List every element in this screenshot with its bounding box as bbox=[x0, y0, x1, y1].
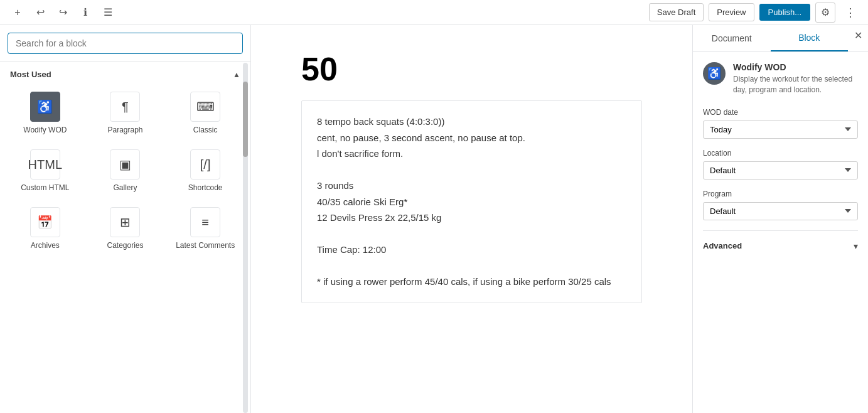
publish-button[interactable]: Publish... bbox=[759, 4, 810, 21]
program-select[interactable]: Default bbox=[703, 202, 858, 220]
save-draft-button[interactable]: Save Draft bbox=[649, 3, 704, 21]
top-toolbar: + ↩ ↪ ℹ ☰ Save Draft Preview Publish... … bbox=[0, 0, 868, 25]
block-item-categories[interactable]: ⊞Categories bbox=[85, 200, 166, 257]
more-options-button[interactable]: ⋮ bbox=[840, 3, 860, 23]
panel-body: ♿ Wodify WOD Display the workout for the… bbox=[693, 52, 868, 413]
gallery-label: Gallery bbox=[113, 183, 137, 192]
wod-date-field: WOD date Today bbox=[703, 108, 858, 139]
advanced-header[interactable]: Advanced ▾ bbox=[703, 239, 858, 254]
workout-line: * if using a rower perform 45/40 cals, i… bbox=[317, 274, 626, 290]
search-input[interactable] bbox=[8, 33, 243, 54]
preview-button[interactable]: Preview bbox=[709, 3, 754, 21]
plugin-header: ♿ Wodify WOD Display the workout for the… bbox=[703, 62, 858, 95]
toolbar-left: + ↩ ↪ ℹ ☰ bbox=[8, 3, 118, 23]
location-field: Location Default bbox=[703, 149, 858, 180]
inserter-scroll: Most Used ▲ ♿Wodify WOD¶Paragraph⌨Classi… bbox=[0, 62, 250, 413]
block-item-classic[interactable]: ⌨Classic bbox=[165, 84, 245, 142]
categories-label: Categories bbox=[107, 241, 143, 250]
block-item-latest-comments[interactable]: ≡Latest Comments bbox=[165, 200, 245, 257]
workout-line bbox=[317, 162, 626, 178]
custom-html-icon: HTML bbox=[30, 149, 60, 180]
tab-block[interactable]: Block bbox=[771, 25, 849, 51]
settings-button[interactable]: ⚙ bbox=[815, 3, 835, 23]
wod-date-select[interactable]: Today bbox=[703, 121, 858, 139]
editor-content: 50 8 tempo back squats (4:0:3:0))cent, n… bbox=[301, 50, 642, 303]
archives-label: Archives bbox=[31, 241, 60, 250]
search-block-wrap bbox=[0, 25, 250, 62]
latest-comments-icon: ≡ bbox=[190, 207, 220, 237]
workout-line bbox=[317, 258, 626, 274]
shortcode-icon: [/] bbox=[190, 149, 220, 180]
block-item-gallery[interactable]: ▣Gallery bbox=[85, 142, 166, 200]
classic-label: Classic bbox=[193, 126, 218, 134]
wodify-wod-label: Wodify WOD bbox=[23, 126, 67, 134]
workout-line: 8 tempo back squats (4:0:3:0)) bbox=[317, 114, 626, 130]
wodify-wod-icon: ♿ bbox=[30, 92, 60, 122]
block-item-archives[interactable]: 📅Archives bbox=[5, 200, 85, 257]
scroll-indicator bbox=[243, 63, 248, 413]
scroll-thumb bbox=[243, 82, 248, 157]
classic-icon: ⌨ bbox=[190, 92, 220, 122]
most-used-title: Most Used bbox=[10, 70, 51, 79]
redo-button[interactable]: ↪ bbox=[53, 3, 73, 23]
block-item-shortcode[interactable]: [/]Shortcode bbox=[165, 142, 245, 200]
info-button[interactable]: ℹ bbox=[75, 3, 95, 23]
workout-line: l don't sacrifice form. bbox=[317, 146, 626, 162]
heading-50[interactable]: 50 bbox=[301, 50, 642, 88]
add-block-button[interactable]: + bbox=[8, 3, 28, 23]
close-panel-button[interactable]: ✕ bbox=[848, 25, 868, 45]
undo-button[interactable]: ↩ bbox=[30, 3, 50, 23]
block-item-paragraph[interactable]: ¶Paragraph bbox=[85, 84, 166, 142]
toolbar-right: Save Draft Preview Publish... ⚙ ⋮ bbox=[649, 3, 860, 23]
workout-line: 40/35 calorie Ski Erg* bbox=[317, 194, 626, 210]
block-item-wodify-wod[interactable]: ♿Wodify WOD bbox=[5, 84, 85, 142]
program-field: Program Default bbox=[703, 190, 858, 220]
collapse-section-button[interactable]: ▲ bbox=[233, 70, 240, 79]
main-layout: Most Used ▲ ♿Wodify WOD¶Paragraph⌨Classi… bbox=[0, 25, 868, 413]
chevron-down-icon: ▾ bbox=[854, 241, 858, 251]
right-panel: Document Block ✕ ♿ Wodify WOD Display th… bbox=[692, 25, 868, 413]
plugin-desc: Display the workout for the selected day… bbox=[733, 74, 858, 95]
menu-button[interactable]: ☰ bbox=[98, 3, 118, 23]
paragraph-icon: ¶ bbox=[110, 92, 140, 122]
plugin-name: Wodify WOD bbox=[733, 62, 858, 72]
workout-block[interactable]: 8 tempo back squats (4:0:3:0))cent, no p… bbox=[301, 100, 642, 303]
workout-line: cent, no pause, 3 second ascent, no paus… bbox=[317, 130, 626, 146]
plugin-icon: ♿ bbox=[703, 62, 726, 85]
shortcode-label: Shortcode bbox=[188, 183, 223, 192]
workout-line: 12 Devils Press 2x 22,5/15 kg bbox=[317, 210, 626, 226]
categories-icon: ⊞ bbox=[110, 207, 140, 237]
block-inserter-panel: Most Used ▲ ♿Wodify WOD¶Paragraph⌨Classi… bbox=[0, 25, 251, 413]
editor-area: 50 8 tempo back squats (4:0:3:0))cent, n… bbox=[251, 25, 692, 413]
most-used-section-header: Most Used ▲ bbox=[0, 62, 250, 84]
program-label: Program bbox=[703, 190, 858, 198]
workout-line: Time Cap: 12:00 bbox=[317, 242, 626, 258]
tab-document[interactable]: Document bbox=[693, 25, 771, 51]
block-grid: ♿Wodify WOD¶Paragraph⌨ClassicHTMLCustom … bbox=[0, 84, 250, 257]
plugin-info: Wodify WOD Display the workout for the s… bbox=[733, 62, 858, 95]
block-item-custom-html[interactable]: HTMLCustom HTML bbox=[5, 142, 85, 200]
location-select[interactable]: Default bbox=[703, 161, 858, 180]
location-label: Location bbox=[703, 149, 858, 158]
gallery-icon: ▣ bbox=[110, 149, 140, 180]
latest-comments-label: Latest Comments bbox=[176, 241, 235, 250]
wod-date-label: WOD date bbox=[703, 108, 858, 117]
archives-icon: 📅 bbox=[30, 207, 60, 237]
paragraph-label: Paragraph bbox=[107, 126, 142, 134]
panel-tabs: Document Block ✕ bbox=[693, 25, 868, 52]
advanced-section: Advanced ▾ bbox=[703, 230, 858, 254]
custom-html-label: Custom HTML bbox=[21, 183, 69, 192]
workout-line bbox=[317, 226, 626, 242]
workout-line: 3 rounds bbox=[317, 178, 626, 194]
advanced-label: Advanced bbox=[703, 241, 742, 250]
